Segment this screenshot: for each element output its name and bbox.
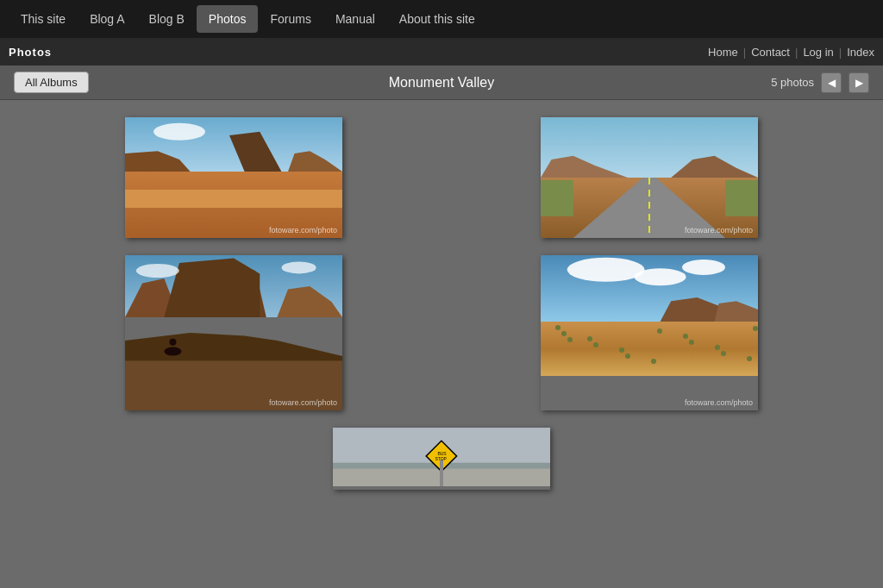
photo-count: 5 photos xyxy=(771,76,814,89)
sub-header: Photos Home | Contact | Log in | Index xyxy=(0,38,883,66)
nav-photos[interactable]: Photos xyxy=(197,5,259,33)
photo-4-caption: fotoware.com/photo xyxy=(685,398,753,407)
photo-2-caption: fotoware.com/photo xyxy=(685,226,753,235)
photo-2[interactable]: fotoware.com/photo xyxy=(541,117,758,238)
contact-link[interactable]: Contact xyxy=(751,46,790,59)
nav-bar: This site Blog A Blog B Photos Forums Ma… xyxy=(0,0,883,38)
toolbar-wrapper: All Albums Monument Valley 5 photos ◀ ▶ xyxy=(0,66,883,100)
photo-3[interactable]: fotoware.com/photo xyxy=(125,255,342,410)
next-arrow[interactable]: ▶ xyxy=(849,72,869,93)
nav-manual[interactable]: Manual xyxy=(323,5,387,33)
login-link[interactable]: Log in xyxy=(803,46,833,59)
toolbar-right: 5 photos ◀ ▶ xyxy=(771,72,869,93)
prev-arrow[interactable]: ◀ xyxy=(821,72,842,93)
nav-about[interactable]: About this site xyxy=(387,5,487,33)
bottom-photo-row xyxy=(0,428,883,507)
nav-blog-a[interactable]: Blog A xyxy=(78,5,136,33)
nav-this-site[interactable]: This site xyxy=(9,5,78,33)
toolbar: All Albums Monument Valley 5 photos ◀ ▶ xyxy=(0,66,883,100)
nav-forums[interactable]: Forums xyxy=(258,5,323,33)
photo-5[interactable] xyxy=(333,428,550,490)
all-albums-button[interactable]: All Albums xyxy=(14,72,89,93)
photo-1-caption: fotoware.com/photo xyxy=(269,226,337,235)
photo-1[interactable]: fotoware.com/photo xyxy=(125,117,342,238)
section-label: Photos xyxy=(9,46,52,59)
nav-blog-b[interactable]: Blog B xyxy=(137,5,197,33)
photo-4[interactable]: fotoware.com/photo xyxy=(541,255,758,410)
photo-3-caption: fotoware.com/photo xyxy=(269,398,337,407)
sub-header-links: Home | Contact | Log in | Index xyxy=(708,46,874,59)
home-link[interactable]: Home xyxy=(708,46,738,59)
photo-grid: fotoware.com/photo fotoware.com/photo fo… xyxy=(0,100,883,428)
index-link[interactable]: Index xyxy=(847,46,874,59)
album-title: Monument Valley xyxy=(389,75,494,91)
